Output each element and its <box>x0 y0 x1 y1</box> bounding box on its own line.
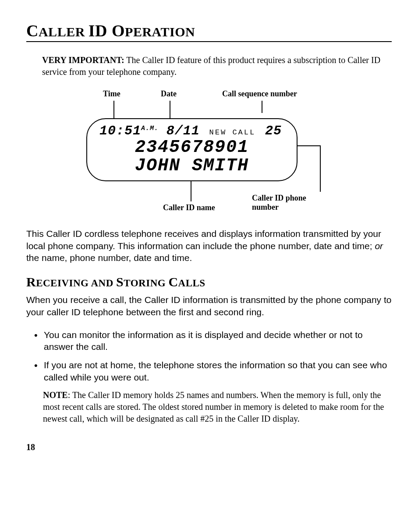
label-caller-id-phone: Caller ID phone number <box>252 194 332 212</box>
lcd-row-1: 10:51A.M. 8/11 NEW CALL 25 <box>98 123 286 138</box>
title-part: ALLER <box>39 25 89 39</box>
lcd-time: 10:51 <box>99 123 141 138</box>
intro-paragraph: VERY IMPORTANT: The Caller ID feature of… <box>42 54 392 78</box>
title-part: ID <box>89 21 112 40</box>
leader-lines-top <box>86 101 332 118</box>
body-text: This Caller ID cordless telephone receiv… <box>26 229 381 251</box>
note-text: : The Caller ID memory holds 25 names an… <box>43 390 384 423</box>
label-date: Date <box>161 89 177 99</box>
list-item: You can monitor the information as it is… <box>34 329 392 353</box>
lcd-phone-number: 2345678901 <box>98 138 286 157</box>
page-title: CALLER ID OPERATION <box>26 21 392 42</box>
note-bold: NOTE <box>43 390 68 400</box>
lcd-display: 10:51A.M. 8/11 NEW CALL 25 2345678901 JO… <box>86 118 298 181</box>
note-paragraph: NOTE: The Caller ID memory holds 25 name… <box>43 389 392 425</box>
body-text-em: or <box>375 241 383 251</box>
lcd-newcall-flag: NEW CALL <box>209 128 256 137</box>
title-part: O <box>112 21 125 40</box>
lcd-ampm: A.M. <box>141 125 159 132</box>
leader-lines-bottom: Caller ID name Caller ID phone number <box>86 181 332 216</box>
bullet-list: You can monitor the information as it is… <box>26 329 392 384</box>
body-paragraph-2: When you receive a call, the Caller ID i… <box>26 294 392 318</box>
label-time: Time <box>103 89 120 99</box>
lcd-date: 8/11 <box>166 123 200 138</box>
body-paragraph-1: This Caller ID cordless telephone receiv… <box>26 228 392 264</box>
section-heading: RECEIVING AND STORING CALLS <box>26 275 392 289</box>
page-number: 18 <box>26 442 392 452</box>
title-part: C <box>26 21 39 40</box>
intro-bold: VERY IMPORTANT: <box>42 55 124 65</box>
list-item: If you are not at home, the telephone st… <box>34 359 392 383</box>
label-call-sequence: Call sequence number <box>222 89 297 99</box>
label-caller-id-name: Caller ID name <box>163 203 215 212</box>
lcd-sequence: 25 <box>265 123 282 138</box>
body-text: the name, phone number, date and time. <box>26 253 192 263</box>
lcd-caller-name: JOHN SMITH <box>98 157 286 175</box>
caller-id-diagram: Time Date Call sequence number 10:51A.M.… <box>86 89 332 216</box>
title-part: PERATION <box>125 25 195 39</box>
